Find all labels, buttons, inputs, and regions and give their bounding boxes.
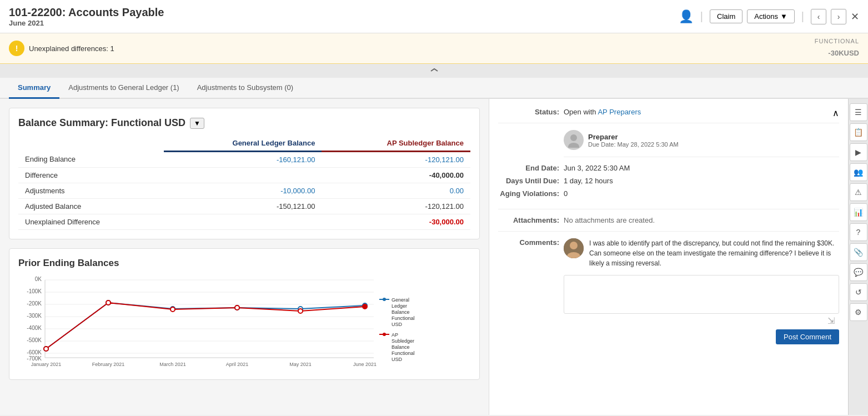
svg-point-50 bbox=[568, 143, 579, 148]
svg-text:-400K: -400K bbox=[27, 325, 42, 331]
table-row: Adjusted Balance -150,121.00 -120,121.00 bbox=[18, 199, 470, 214]
svg-point-52 bbox=[570, 242, 578, 249]
paperclip-icon-button[interactable]: 📎 bbox=[850, 243, 867, 261]
table-row: Unexplained Difference -30,000.00 bbox=[18, 214, 470, 230]
tab-adjustments-gl[interactable]: Adjustments to General Ledger (1) bbox=[59, 78, 188, 99]
document-icon-button[interactable]: 📋 bbox=[850, 123, 867, 141]
aging-value: 0 bbox=[564, 189, 839, 198]
svg-text:March 2021: March 2021 bbox=[159, 362, 186, 367]
refresh-icon-button[interactable]: ↺ bbox=[850, 283, 867, 301]
post-comment-button[interactable]: Post Comment bbox=[776, 329, 839, 344]
actions-button[interactable]: Actions ▼ bbox=[747, 9, 795, 23]
svg-text:Functional: Functional bbox=[392, 315, 415, 321]
settings-icon-button[interactable]: ⚙ bbox=[850, 303, 867, 321]
status-label: Status: bbox=[498, 108, 559, 116]
chat-icon-button[interactable]: 💬 bbox=[850, 263, 867, 281]
svg-text:Balance: Balance bbox=[392, 344, 410, 350]
comments-section: Comments: I was able to identify part of… bbox=[498, 238, 839, 344]
comment-row: I was able to identify part of the discr… bbox=[564, 238, 839, 268]
list-icon-button[interactable]: ☰ bbox=[850, 103, 867, 121]
row-gl bbox=[164, 214, 322, 230]
svg-text:USD: USD bbox=[392, 322, 403, 327]
svg-point-28 bbox=[363, 304, 367, 309]
play-icon-button[interactable]: ▶ bbox=[850, 143, 867, 161]
row-gl: -10,000.00 bbox=[164, 183, 322, 199]
svg-text:0K: 0K bbox=[35, 276, 42, 282]
preparer-name: Preparer bbox=[588, 133, 679, 141]
svg-point-26 bbox=[235, 305, 239, 310]
help-icon-button[interactable]: ? bbox=[850, 223, 867, 241]
attachments-section: Attachments: No attachments are created. bbox=[498, 216, 839, 232]
chart-svg: 0K -100K -200K -300K -400K -500K -600K -… bbox=[18, 274, 440, 369]
svg-point-25 bbox=[170, 307, 175, 312]
svg-text:General: General bbox=[392, 297, 409, 303]
svg-text:-500K: -500K bbox=[27, 337, 42, 343]
svg-text:May 2021: May 2021 bbox=[289, 362, 312, 367]
functional-value: -30KUSD bbox=[815, 44, 859, 59]
claim-button[interactable]: Claim bbox=[710, 9, 742, 23]
svg-text:Functional: Functional bbox=[392, 350, 415, 356]
row-ap: -30,000.00 bbox=[322, 214, 470, 230]
svg-text:-300K: -300K bbox=[27, 313, 42, 319]
row-label: Difference bbox=[18, 168, 164, 183]
resize-icon: ⇲ bbox=[827, 315, 835, 326]
svg-point-27 bbox=[298, 309, 303, 313]
close-button[interactable]: ✕ bbox=[851, 11, 859, 23]
main-layout: Balance Summary: Functional USD ▼ Genera… bbox=[0, 99, 868, 415]
functional-badge: FUNCTIONAL -30KUSD bbox=[815, 38, 859, 59]
ap-preparers-link[interactable]: AP Preparers bbox=[598, 108, 641, 116]
row-label: Ending Balance bbox=[18, 152, 164, 168]
collapse-bar[interactable] bbox=[0, 64, 868, 78]
nav-next-button[interactable]: › bbox=[831, 9, 846, 24]
warning-icon-button[interactable]: ⚠ bbox=[850, 183, 867, 201]
row-ap: -120,121.00 bbox=[322, 152, 470, 168]
svg-text:-100K: -100K bbox=[27, 288, 42, 294]
balance-dropdown-button[interactable]: ▼ bbox=[190, 118, 204, 129]
attachments-label: Attachments: bbox=[498, 216, 559, 224]
header-title: 101-22200: Accounts Payable June 2021 bbox=[9, 6, 164, 27]
tab-summary[interactable]: Summary bbox=[9, 78, 59, 99]
svg-text:June 2021: June 2021 bbox=[353, 362, 377, 367]
status-value: Open with AP Preparers bbox=[564, 108, 839, 116]
svg-text:-700K: -700K bbox=[27, 355, 42, 362]
table-row: Ending Balance -160,121.00 -120,121.00 bbox=[18, 152, 470, 168]
row-gl bbox=[164, 168, 322, 183]
warning-icon: ! bbox=[9, 41, 24, 56]
svg-point-24 bbox=[106, 300, 111, 305]
svg-text:Ledger: Ledger bbox=[392, 303, 407, 309]
collapse-right-button[interactable]: ∧ bbox=[832, 108, 839, 118]
svg-text:Subledger: Subledger bbox=[392, 338, 414, 344]
preparer-due-date: Due Date: May 28, 2022 5:30 AM bbox=[588, 141, 679, 148]
nav-prev-button[interactable]: ‹ bbox=[811, 9, 826, 24]
svg-point-49 bbox=[570, 134, 577, 141]
commenter-avatar bbox=[564, 238, 584, 258]
row-gl: -150,121.00 bbox=[164, 199, 322, 214]
functional-currency: USD bbox=[844, 49, 859, 57]
row-label: Adjusted Balance bbox=[18, 199, 164, 214]
collapse-icon bbox=[430, 66, 439, 74]
page-title: 101-22200: Accounts Payable bbox=[9, 6, 164, 19]
warning-message: Unexplained differences: 1 bbox=[29, 44, 114, 53]
balance-table: General Ledger Balance AP Subledger Bala… bbox=[18, 136, 470, 230]
comments-label: Comments: bbox=[498, 238, 559, 247]
balance-summary-card: Balance Summary: Functional USD ▼ Genera… bbox=[9, 108, 480, 239]
row-label: Adjustments bbox=[18, 183, 164, 199]
row-label: Unexplained Difference bbox=[18, 214, 164, 230]
prior-balances-card: Prior Ending Balances 0K -100K -200K -30… bbox=[9, 248, 480, 380]
svg-text:-200K: -200K bbox=[27, 300, 42, 307]
data-icon-button[interactable]: 📊 bbox=[850, 203, 867, 221]
right-panel: Status: Open with AP Preparers ∧ Prepare… bbox=[489, 99, 848, 415]
functional-label: FUNCTIONAL bbox=[815, 38, 859, 44]
svg-text:-600K: -600K bbox=[27, 349, 42, 355]
info-section: End Date: Jun 3, 2022 5:30 AM Days Until… bbox=[498, 164, 839, 209]
left-panel: Balance Summary: Functional USD ▼ Genera… bbox=[0, 99, 489, 415]
table-row: Difference -40,000.00 bbox=[18, 168, 470, 183]
comment-text: I was able to identify part of the discr… bbox=[589, 238, 839, 268]
svg-point-23 bbox=[44, 347, 48, 351]
person-icon: 👤 bbox=[679, 9, 694, 24]
svg-point-36 bbox=[383, 298, 386, 301]
comment-input[interactable] bbox=[564, 275, 839, 314]
tab-adjustments-subsystem[interactable]: Adjustments to Subsystem (0) bbox=[188, 78, 302, 99]
user-config-icon-button[interactable]: 👥 bbox=[850, 163, 867, 181]
avatar bbox=[564, 130, 584, 150]
